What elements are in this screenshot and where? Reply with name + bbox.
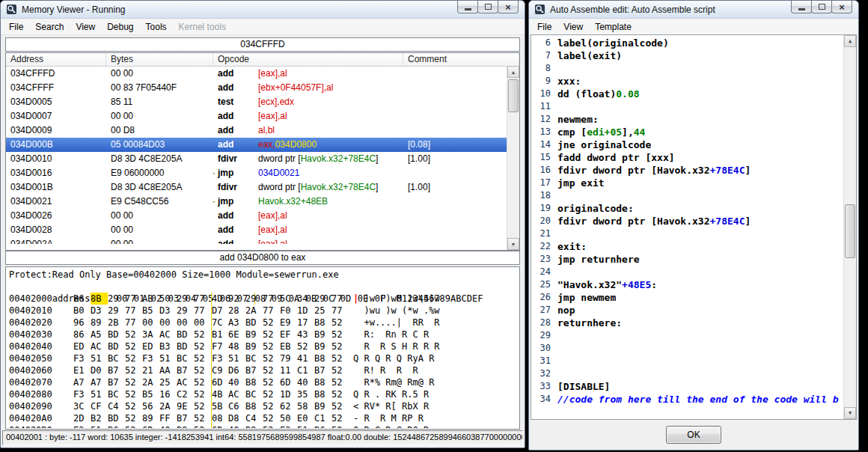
hex-byte[interactable]: 40 — [159, 424, 177, 428]
hex-byte[interactable]: 6D — [211, 424, 228, 428]
hex-byte[interactable]: 51 — [91, 352, 108, 364]
hex-byte[interactable]: B8 — [245, 376, 263, 388]
menu-view[interactable]: View — [70, 20, 101, 34]
hex-byte[interactable]: 52 — [331, 317, 349, 329]
hex-byte[interactable]: 52 — [331, 412, 349, 424]
hex-byte[interactable]: 11 — [280, 364, 297, 376]
minimize-button[interactable] — [457, 1, 478, 13]
hex-byte[interactable]: 96 — [73, 317, 91, 329]
disasm-row[interactable]: 034D002600 00add[eax],al — [6, 209, 519, 223]
hex-byte[interactable]: 77 — [125, 293, 142, 305]
hex-byte[interactable]: 52 — [194, 329, 211, 340]
hex-byte[interactable]: F3 — [73, 424, 91, 428]
hex-byte[interactable]: 89 — [91, 317, 108, 329]
hex-byte[interactable]: 2D — [73, 412, 91, 424]
hex-byte[interactable]: B8 — [177, 424, 194, 428]
hex-byte[interactable]: A5 — [91, 329, 108, 340]
hex-byte[interactable]: 5B — [211, 400, 228, 412]
hex-byte[interactable]: 52 — [331, 376, 349, 388]
hex-byte[interactable]: 08 — [211, 412, 228, 424]
hex-byte[interactable]: B9 — [245, 329, 263, 340]
hex-byte[interactable]: 52 — [263, 352, 280, 364]
hex-byte[interactable]: 52 — [125, 424, 142, 428]
hex-byte[interactable]: CF — [91, 400, 108, 412]
hex-byte[interactable]: 86 — [73, 329, 91, 340]
hex-byte[interactable]: B0 — [73, 305, 91, 317]
hex-byte[interactable]: 16 — [159, 388, 177, 400]
hex-byte[interactable]: F0 — [280, 305, 297, 317]
hex-byte[interactable]: BC — [108, 424, 125, 428]
menu-kernel-tools[interactable]: Kernel tools — [173, 20, 232, 34]
disasm-row[interactable]: 034D002A00 00add[eax],al — [6, 237, 519, 244]
hex-byte[interactable]: 52 — [194, 364, 211, 376]
hex-byte[interactable]: 7C — [211, 317, 228, 329]
address-bar[interactable]: 034CFFFD — [5, 37, 520, 52]
hex-byte[interactable]: 52 — [194, 412, 211, 424]
hex-byte[interactable]: 34 — [297, 293, 314, 305]
hex-byte[interactable]: 52 — [263, 364, 280, 376]
hex-byte[interactable]: 41 — [297, 352, 314, 364]
hex-byte[interactable]: D7 — [211, 305, 228, 317]
hex-byte[interactable]: D8 — [228, 412, 245, 424]
hex-byte[interactable]: 4B — [211, 388, 228, 400]
script-editor[interactable]: 6label(originalcode)7label(exit)89xxx:10… — [531, 34, 857, 420]
hex-byte[interactable]: BD — [108, 329, 125, 340]
hex-byte[interactable]: B7 — [245, 364, 263, 376]
menu-view[interactable]: View — [557, 20, 589, 34]
hex-byte[interactable]: 52 — [194, 352, 211, 364]
hex-byte[interactable]: 52 — [263, 388, 280, 400]
hex-byte[interactable]: 8B — [91, 293, 108, 305]
maximize-button[interactable] — [811, 1, 832, 13]
hex-byte[interactable]: 2A — [159, 400, 177, 412]
hex-byte[interactable]: 52 — [331, 364, 349, 376]
hex-byte[interactable]: 52 — [331, 424, 349, 428]
hex-byte[interactable]: ED — [73, 340, 91, 352]
memory-viewer-titlebar[interactable]: Memory Viewer - Running × — [1, 1, 525, 19]
hex-byte[interactable]: A7 — [73, 376, 91, 388]
hex-byte[interactable]: 52 — [263, 412, 280, 424]
hex-byte[interactable]: 29 — [177, 293, 194, 305]
hex-byte[interactable]: AC — [159, 329, 177, 340]
hex-byte[interactable]: AC — [177, 376, 194, 388]
menu-debug[interactable]: Debug — [101, 20, 139, 34]
hex-byte[interactable]: B8 — [245, 424, 263, 428]
hex-byte[interactable]: BC — [177, 352, 194, 364]
hex-byte[interactable]: F7 — [211, 340, 228, 352]
hex-byte[interactable]: E0 — [297, 412, 314, 424]
hex-byte[interactable]: 52 — [125, 412, 142, 424]
hex-byte[interactable]: 92 — [228, 293, 245, 305]
hex-byte[interactable]: B9 — [314, 329, 331, 340]
hex-byte[interactable]: 6D — [280, 376, 297, 388]
hex-byte[interactable]: B7 — [314, 364, 331, 376]
disasm-row[interactable]: 034CFFFF00 83 7F05440Fadd[ebx+0F44057F],… — [6, 81, 519, 95]
disasm-row[interactable]: 034D000585 11test[ecx],edx — [6, 95, 519, 109]
hex-byte[interactable]: BC — [245, 388, 263, 400]
hex-byte[interactable]: 51 — [91, 388, 108, 400]
hex-byte[interactable]: B7 — [177, 364, 194, 376]
hex-byte[interactable]: ED — [142, 340, 159, 352]
hex-byte[interactable]: C2 — [177, 388, 194, 400]
close-button[interactable]: × — [498, 1, 519, 13]
scroll-up-icon[interactable]: ▲ — [844, 35, 856, 47]
hex-byte[interactable]: 52 — [125, 364, 142, 376]
hex-byte[interactable]: C4 — [245, 412, 263, 424]
scroll-thumb[interactable] — [508, 79, 519, 112]
scroll-down-icon[interactable]: ▼ — [507, 238, 519, 250]
hex-byte[interactable]: B8 — [314, 317, 331, 329]
hex-byte[interactable]: 52 — [125, 400, 142, 412]
hex-byte[interactable]: 29 — [108, 305, 125, 317]
hex-byte[interactable]: 5C — [280, 293, 297, 305]
hex-byte[interactable]: B9 — [314, 400, 331, 412]
hex-byte[interactable]: 52 — [263, 400, 280, 412]
hex-byte[interactable]: D6 — [228, 364, 245, 376]
disasm-row[interactable]: 034D000700 00add[eax],al — [6, 109, 519, 123]
editor-scrollbar[interactable]: ▲ ▼ — [843, 35, 856, 419]
hex-byte[interactable]: 79 — [280, 352, 297, 364]
hex-byte[interactable]: 77 — [125, 305, 142, 317]
auto-assemble-titlebar[interactable]: Auto Assemble edit: Auto Assemble script… — [529, 1, 858, 19]
hex-byte[interactable]: 50 — [159, 293, 177, 305]
hex-byte[interactable]: 00 — [159, 317, 177, 329]
hex-byte[interactable]: 52 — [331, 388, 349, 400]
disasm-row[interactable]: 034D002800 00add[eax],al — [6, 223, 519, 237]
disasm-row[interactable]: 034CFFFD00 00add[eax],al — [6, 67, 519, 81]
